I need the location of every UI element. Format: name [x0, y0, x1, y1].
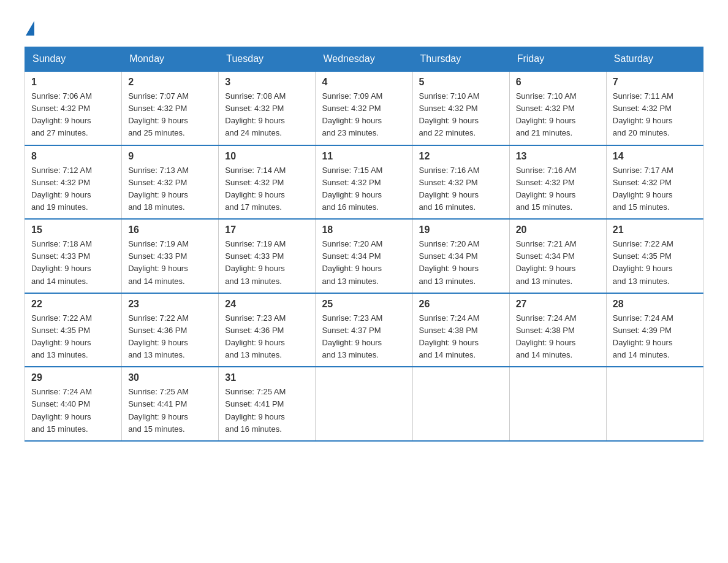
- calendar-table: SundayMondayTuesdayWednesdayThursdayFrid…: [25, 47, 703, 442]
- logo: [25, 18, 34, 34]
- day-info: Sunrise: 7:12 AM Sunset: 4:32 PM Dayligh…: [31, 164, 115, 214]
- day-info: Sunrise: 7:10 AM Sunset: 4:32 PM Dayligh…: [516, 90, 600, 140]
- day-cell-7: 7 Sunrise: 7:11 AM Sunset: 4:32 PM Dayli…: [606, 71, 703, 145]
- day-info: Sunrise: 7:21 AM Sunset: 4:34 PM Dayligh…: [516, 238, 600, 288]
- day-cell-9: 9 Sunrise: 7:13 AM Sunset: 4:32 PM Dayli…: [122, 145, 219, 220]
- day-cell-1: 1 Sunrise: 7:06 AM Sunset: 4:32 PM Dayli…: [25, 71, 122, 145]
- day-info: Sunrise: 7:14 AM Sunset: 4:32 PM Dayligh…: [225, 164, 309, 214]
- column-header-monday: Monday: [122, 47, 219, 72]
- day-info: Sunrise: 7:19 AM Sunset: 4:33 PM Dayligh…: [225, 238, 309, 288]
- day-info: Sunrise: 7:25 AM Sunset: 4:41 PM Dayligh…: [128, 386, 212, 435]
- day-info: Sunrise: 7:24 AM Sunset: 4:38 PM Dayligh…: [516, 312, 600, 362]
- empty-cell: [316, 367, 412, 441]
- day-info: Sunrise: 7:18 AM Sunset: 4:33 PM Dayligh…: [31, 238, 115, 288]
- day-info: Sunrise: 7:24 AM Sunset: 4:40 PM Dayligh…: [31, 386, 115, 435]
- day-cell-11: 11 Sunrise: 7:15 AM Sunset: 4:32 PM Dayl…: [316, 145, 412, 220]
- week-row-1: 1 Sunrise: 7:06 AM Sunset: 4:32 PM Dayli…: [25, 71, 703, 145]
- day-cell-31: 31 Sunrise: 7:25 AM Sunset: 4:41 PM Dayl…: [219, 367, 316, 441]
- day-number: 5: [419, 77, 503, 88]
- day-number: 7: [613, 77, 697, 88]
- day-cell-8: 8 Sunrise: 7:12 AM Sunset: 4:32 PM Dayli…: [25, 145, 122, 220]
- day-number: 23: [128, 299, 212, 310]
- day-info: Sunrise: 7:16 AM Sunset: 4:32 PM Dayligh…: [516, 164, 600, 214]
- day-info: Sunrise: 7:17 AM Sunset: 4:32 PM Dayligh…: [613, 164, 697, 214]
- day-info: Sunrise: 7:08 AM Sunset: 4:32 PM Dayligh…: [225, 90, 309, 140]
- day-number: 24: [225, 299, 309, 310]
- week-row-3: 15 Sunrise: 7:18 AM Sunset: 4:33 PM Dayl…: [25, 219, 703, 293]
- day-number: 22: [31, 299, 115, 310]
- day-number: 8: [31, 151, 115, 162]
- day-info: Sunrise: 7:10 AM Sunset: 4:32 PM Dayligh…: [419, 90, 503, 140]
- empty-cell: [606, 367, 703, 441]
- week-row-4: 22 Sunrise: 7:22 AM Sunset: 4:35 PM Dayl…: [25, 293, 703, 367]
- week-row-2: 8 Sunrise: 7:12 AM Sunset: 4:32 PM Dayli…: [25, 145, 703, 220]
- day-info: Sunrise: 7:20 AM Sunset: 4:34 PM Dayligh…: [419, 238, 503, 288]
- logo-triangle-icon: [26, 21, 34, 36]
- day-cell-12: 12 Sunrise: 7:16 AM Sunset: 4:32 PM Dayl…: [412, 145, 509, 220]
- column-header-tuesday: Tuesday: [219, 47, 316, 72]
- day-cell-15: 15 Sunrise: 7:18 AM Sunset: 4:33 PM Dayl…: [25, 219, 122, 293]
- day-info: Sunrise: 7:20 AM Sunset: 4:34 PM Dayligh…: [322, 238, 406, 288]
- day-info: Sunrise: 7:07 AM Sunset: 4:32 PM Dayligh…: [128, 90, 212, 140]
- day-cell-20: 20 Sunrise: 7:21 AM Sunset: 4:34 PM Dayl…: [509, 219, 606, 293]
- day-cell-4: 4 Sunrise: 7:09 AM Sunset: 4:32 PM Dayli…: [316, 71, 412, 145]
- day-cell-24: 24 Sunrise: 7:23 AM Sunset: 4:36 PM Dayl…: [219, 293, 316, 367]
- day-cell-23: 23 Sunrise: 7:22 AM Sunset: 4:36 PM Dayl…: [122, 293, 219, 367]
- header-row: SundayMondayTuesdayWednesdayThursdayFrid…: [25, 47, 703, 72]
- day-info: Sunrise: 7:19 AM Sunset: 4:33 PM Dayligh…: [128, 238, 212, 288]
- day-number: 17: [225, 224, 309, 236]
- calendar-body: 1 Sunrise: 7:06 AM Sunset: 4:32 PM Dayli…: [25, 71, 703, 441]
- day-number: 12: [419, 151, 503, 162]
- day-info: Sunrise: 7:09 AM Sunset: 4:32 PM Dayligh…: [322, 90, 406, 140]
- day-cell-25: 25 Sunrise: 7:23 AM Sunset: 4:37 PM Dayl…: [316, 293, 412, 367]
- page-header: [25, 18, 703, 34]
- day-number: 20: [516, 224, 600, 236]
- day-number: 18: [322, 224, 406, 236]
- day-number: 2: [128, 77, 212, 88]
- day-number: 28: [613, 299, 697, 310]
- day-cell-6: 6 Sunrise: 7:10 AM Sunset: 4:32 PM Dayli…: [509, 71, 606, 145]
- day-cell-19: 19 Sunrise: 7:20 AM Sunset: 4:34 PM Dayl…: [412, 219, 509, 293]
- day-number: 16: [128, 224, 212, 236]
- day-cell-21: 21 Sunrise: 7:22 AM Sunset: 4:35 PM Dayl…: [606, 219, 703, 293]
- column-header-sunday: Sunday: [25, 47, 122, 72]
- day-cell-10: 10 Sunrise: 7:14 AM Sunset: 4:32 PM Dayl…: [219, 145, 316, 220]
- day-number: 6: [516, 77, 600, 88]
- day-number: 30: [128, 372, 212, 383]
- day-info: Sunrise: 7:22 AM Sunset: 4:35 PM Dayligh…: [613, 238, 697, 288]
- day-number: 25: [322, 299, 406, 310]
- day-number: 29: [31, 372, 115, 383]
- empty-cell: [509, 367, 606, 441]
- day-info: Sunrise: 7:25 AM Sunset: 4:41 PM Dayligh…: [225, 386, 309, 435]
- day-info: Sunrise: 7:24 AM Sunset: 4:38 PM Dayligh…: [419, 312, 503, 362]
- day-info: Sunrise: 7:11 AM Sunset: 4:32 PM Dayligh…: [613, 90, 697, 140]
- day-number: 3: [225, 77, 309, 88]
- day-number: 26: [419, 299, 503, 310]
- calendar-header: SundayMondayTuesdayWednesdayThursdayFrid…: [25, 47, 703, 72]
- day-cell-17: 17 Sunrise: 7:19 AM Sunset: 4:33 PM Dayl…: [219, 219, 316, 293]
- day-number: 31: [225, 372, 309, 383]
- week-row-5: 29 Sunrise: 7:24 AM Sunset: 4:40 PM Dayl…: [25, 367, 703, 441]
- day-number: 19: [419, 224, 503, 236]
- day-number: 10: [225, 151, 309, 162]
- column-header-saturday: Saturday: [606, 47, 703, 72]
- day-cell-13: 13 Sunrise: 7:16 AM Sunset: 4:32 PM Dayl…: [509, 145, 606, 220]
- day-cell-29: 29 Sunrise: 7:24 AM Sunset: 4:40 PM Dayl…: [25, 367, 122, 441]
- day-cell-5: 5 Sunrise: 7:10 AM Sunset: 4:32 PM Dayli…: [412, 71, 509, 145]
- day-number: 11: [322, 151, 406, 162]
- day-cell-27: 27 Sunrise: 7:24 AM Sunset: 4:38 PM Dayl…: [509, 293, 606, 367]
- day-info: Sunrise: 7:22 AM Sunset: 4:35 PM Dayligh…: [31, 312, 115, 362]
- day-info: Sunrise: 7:23 AM Sunset: 4:37 PM Dayligh…: [322, 312, 406, 362]
- day-info: Sunrise: 7:13 AM Sunset: 4:32 PM Dayligh…: [128, 164, 212, 214]
- day-info: Sunrise: 7:22 AM Sunset: 4:36 PM Dayligh…: [128, 312, 212, 362]
- column-header-friday: Friday: [509, 47, 606, 72]
- column-header-thursday: Thursday: [412, 47, 509, 72]
- day-info: Sunrise: 7:24 AM Sunset: 4:39 PM Dayligh…: [613, 312, 697, 362]
- day-number: 1: [31, 77, 115, 88]
- day-cell-14: 14 Sunrise: 7:17 AM Sunset: 4:32 PM Dayl…: [606, 145, 703, 220]
- day-cell-16: 16 Sunrise: 7:19 AM Sunset: 4:33 PM Dayl…: [122, 219, 219, 293]
- day-number: 13: [516, 151, 600, 162]
- day-info: Sunrise: 7:16 AM Sunset: 4:32 PM Dayligh…: [419, 164, 503, 214]
- day-number: 27: [516, 299, 600, 310]
- day-info: Sunrise: 7:23 AM Sunset: 4:36 PM Dayligh…: [225, 312, 309, 362]
